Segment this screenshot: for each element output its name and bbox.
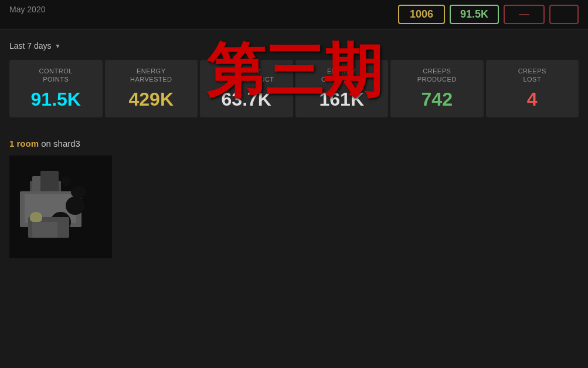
stat-card-0: CONTROLPOINTS91.5K — [9, 60, 103, 117]
chevron-down-icon: ▼ — [55, 43, 61, 49]
badge-action1-value: — — [519, 8, 529, 20]
stat-label-0: CONTROLPOINTS — [19, 67, 93, 84]
stats-grid: CONTROLPOINTS91.5KENERGYHARVESTED429KENE… — [0, 60, 588, 117]
badge-action1[interactable]: — — [504, 5, 545, 24]
map-creature — [30, 212, 42, 222]
stat-card-2: ENERGYON CONSTRUCT63.7K — [200, 60, 293, 117]
stat-value-2: 63.7K — [209, 89, 284, 110]
rooms-count: 1 room — [9, 139, 39, 148]
badge-control-value: 91.5K — [460, 8, 488, 20]
filter-bar: Last 7 days ▼ — [0, 34, 588, 58]
filter-label: Last 7 days — [9, 41, 52, 50]
stat-label-4: CREEPSPRODUCED — [400, 67, 474, 84]
rooms-title: 1 room on shard3 — [9, 139, 579, 148]
rooms-section: 1 room on shard3 — [0, 127, 588, 270]
stat-label-2: ENERGYON CONSTRUCT — [209, 67, 284, 84]
stat-label-3: ENERGYON CREEPS — [305, 67, 379, 84]
stat-label-1: ENERGYHARVESTED — [114, 67, 189, 84]
badge-score: 1006 — [398, 5, 445, 24]
map-hole — [66, 197, 84, 215]
badge-score-value: 1006 — [410, 8, 433, 20]
room-thumbnail[interactable] — [9, 156, 112, 258]
rooms-shard-label: on shard3 — [41, 139, 80, 148]
stat-card-4: CREEPSPRODUCED742 — [390, 60, 484, 117]
badge-action2-value — [562, 8, 565, 20]
stat-value-0: 91.5K — [19, 89, 93, 110]
stat-card-3: ENERGYON CREEPS161K — [295, 60, 389, 117]
map-shape — [32, 222, 58, 237]
stat-value-3: 161K — [305, 89, 379, 110]
top-bar: May 2020 1006 91.5K — — [0, 0, 588, 29]
date-label: May 2020 — [9, 5, 45, 14]
badge-control: 91.5K — [450, 5, 499, 24]
time-filter-dropdown[interactable]: Last 7 days ▼ — [9, 41, 61, 50]
badge-action2[interactable] — [549, 5, 579, 24]
stat-value-1: 429K — [114, 89, 189, 110]
map-hole — [71, 186, 86, 198]
map-hole — [61, 176, 72, 187]
stat-value-4: 742 — [400, 89, 474, 110]
stat-value-5: 4 — [495, 89, 570, 110]
top-badges: 1006 91.5K — — [398, 5, 579, 24]
stat-label-5: CREEPSLOST — [495, 67, 570, 84]
stat-card-1: ENERGYHARVESTED429K — [105, 60, 198, 117]
stat-card-5: CREEPSLOST4 — [486, 60, 579, 117]
room-map — [9, 156, 112, 258]
